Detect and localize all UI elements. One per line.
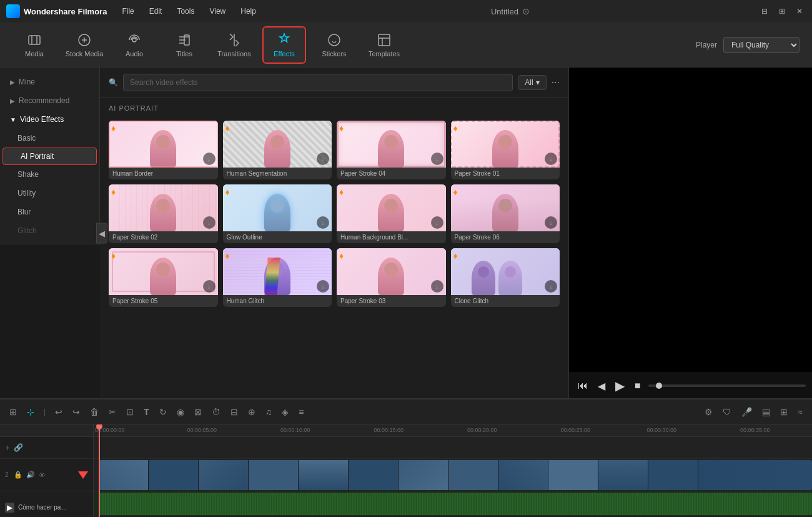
track-link-icon[interactable]: 🔗: [14, 443, 23, 452]
effect-clone-glitch[interactable]: ♦ ↓ Clone Glitch: [451, 248, 560, 307]
timeline-tool-extra1[interactable]: ⊞: [777, 404, 791, 419]
timeline-tool-more[interactable]: ≡: [295, 404, 307, 419]
toolbar-media[interactable]: Media: [12, 26, 56, 64]
timeline-tool-select[interactable]: ⊹: [24, 404, 37, 419]
timeline-tool-shield[interactable]: 🛡: [720, 404, 735, 419]
sidebar-item-blur[interactable]: Blur: [0, 203, 99, 221]
effect-human-border[interactable]: ♦ ↓ Human Border: [109, 121, 218, 179]
filter-button[interactable]: All ▾: [518, 75, 546, 90]
sidebar-item-mine[interactable]: ▶ Mine: [0, 73, 99, 91]
toolbar-audio[interactable]: Audio: [112, 26, 156, 64]
minimize-icon[interactable]: ⊟: [758, 5, 771, 18]
menu-help[interactable]: Help: [234, 4, 262, 18]
toolbar-templates[interactable]: Templates: [362, 26, 406, 64]
track1-volume-icon[interactable]: 🔊: [26, 471, 35, 479]
menu-file[interactable]: File: [116, 4, 140, 18]
player-step-back[interactable]: ◀: [595, 379, 608, 393]
timeline-tool-caption[interactable]: ▤: [759, 404, 773, 419]
effect-human-segmentation[interactable]: ♦ ↓ Human Segmentation: [223, 121, 332, 179]
timeline-tool-rotate[interactable]: ↻: [156, 404, 170, 419]
timeline-tool-delete[interactable]: 🗑: [87, 404, 102, 419]
track1-eye-icon[interactable]: 👁: [39, 471, 46, 479]
timeline-tool-cut[interactable]: ✂: [106, 404, 119, 419]
download-icon[interactable]: ↓: [431, 216, 443, 229]
download-icon[interactable]: ↓: [431, 153, 443, 165]
sidebar-item-shake[interactable]: Shake: [0, 165, 99, 184]
toolbar-titles[interactable]: Titles: [162, 26, 206, 64]
sidebar-item-recommended[interactable]: ▶ Recommended: [0, 91, 99, 110]
close-icon[interactable]: ✕: [793, 5, 806, 18]
download-icon[interactable]: ↓: [317, 216, 329, 229]
ruler-2: 00:00:10:00: [280, 427, 310, 433]
track-main-play-icon[interactable]: ▶: [5, 503, 14, 513]
search-input[interactable]: [123, 74, 513, 91]
thumb-11: [598, 460, 648, 490]
download-icon[interactable]: ↓: [545, 153, 557, 165]
svg-point-2: [132, 38, 136, 42]
download-icon[interactable]: ↓: [545, 280, 557, 293]
timeline-tool-moveframe[interactable]: ⊟: [227, 404, 241, 419]
timeline-tool-redo[interactable]: ↪: [69, 404, 83, 419]
timeline-tool-color[interactable]: ◉: [174, 404, 187, 419]
effect-paper-stroke-03[interactable]: ♦ ↓ Paper Stroke 03: [337, 248, 446, 307]
track1-lock-icon[interactable]: 🔒: [14, 471, 22, 479]
sidebar-collapse-button[interactable]: ◀: [96, 223, 107, 243]
timeline-tool-audio[interactable]: ♫: [262, 404, 275, 419]
toolbar-effects[interactable]: Effects: [262, 26, 306, 64]
download-icon[interactable]: ↓: [203, 153, 215, 165]
download-icon[interactable]: ↓: [545, 216, 557, 229]
toolbar-stock-media[interactable]: Stock Media: [62, 26, 106, 64]
timeline-tool-settings[interactable]: ⚙: [701, 404, 716, 419]
menu-edit[interactable]: Edit: [143, 4, 169, 18]
effect-paper-stroke-02[interactable]: ♦ ↓ Paper Stroke 02: [109, 184, 218, 243]
timeline-tool-transform[interactable]: ⊠: [191, 404, 205, 419]
player-play[interactable]: ▶: [613, 377, 627, 394]
timeline-tool-speed[interactable]: ⏱: [209, 404, 224, 419]
more-options-button[interactable]: ···: [552, 77, 560, 88]
download-icon[interactable]: ↓: [317, 153, 329, 165]
svg-rect-6: [379, 34, 390, 46]
player-controls: ⏮ ◀ ▶ ■: [569, 373, 812, 398]
timeline-tool-split[interactable]: ⊞: [6, 404, 20, 419]
sidebar-item-glitch[interactable]: Glitch: [0, 221, 99, 240]
maximize-icon[interactable]: ⊞: [776, 5, 788, 18]
sidebar-item-video-effects[interactable]: ▼ Video Effects: [0, 110, 99, 129]
toolbar-transitions[interactable]: Transitions: [212, 26, 256, 64]
effect-human-glitch[interactable]: ♦ ↓ Human Glitch: [223, 248, 332, 307]
sidebar-item-utility[interactable]: Utility: [0, 184, 99, 203]
timeline-tool-crop[interactable]: ⊡: [123, 404, 137, 419]
effect-paper-stroke-05[interactable]: ♦ ↓ Paper Stroke 05: [109, 248, 218, 307]
sidebar-item-ai-portrait[interactable]: AI Portrait: [2, 148, 97, 165]
menu-tools[interactable]: Tools: [171, 4, 201, 18]
effects-panel: 🔍 All ▾ ··· AI PORTRAIT ♦: [100, 68, 568, 398]
quality-select[interactable]: Full Quality High Quality Medium Quality…: [723, 37, 800, 53]
track-add-icon[interactable]: +: [5, 443, 10, 453]
player-skip-back[interactable]: ⏮: [575, 379, 590, 393]
download-icon[interactable]: ↓: [203, 216, 215, 229]
effect-paper-stroke-04[interactable]: ♦ ↓ Paper Stroke 04: [337, 121, 446, 179]
download-icon[interactable]: ↓: [431, 280, 443, 293]
player-progress-dot[interactable]: [656, 383, 662, 389]
download-icon[interactable]: ↓: [317, 280, 329, 293]
filter-chevron-icon: ▾: [536, 78, 540, 87]
toolbar-stickers[interactable]: Stickers: [312, 26, 356, 64]
menu-view[interactable]: View: [203, 4, 232, 18]
thumb-7: [399, 460, 448, 490]
timeline-tool-extra2[interactable]: ≈: [795, 404, 806, 419]
toolbar-audio-label: Audio: [126, 50, 143, 58]
player-stop[interactable]: ■: [632, 379, 643, 393]
player-progress-bar[interactable]: [648, 384, 806, 387]
premium-icon: ♦: [339, 251, 344, 261]
effect-human-bg-blur[interactable]: ♦ ↓ Human Background Bl...: [337, 184, 446, 243]
timeline-tool-text[interactable]: T: [141, 404, 152, 419]
effect-paper-stroke-01[interactable]: ♦ ↓ Paper Stroke 01: [451, 121, 560, 179]
sidebar-item-basic[interactable]: Basic: [0, 129, 99, 148]
download-icon[interactable]: ↓: [203, 280, 215, 293]
timeline-tool-undo[interactable]: ↩: [52, 404, 66, 419]
premium-icon: ♦: [111, 187, 116, 197]
timeline-tool-chroma[interactable]: ◈: [279, 404, 292, 419]
effect-glow-outline[interactable]: ♦ ↓ Glow Outline: [223, 184, 332, 243]
timeline-tool-stabilize[interactable]: ⊕: [245, 404, 259, 419]
timeline-tool-mic[interactable]: 🎤: [738, 404, 755, 419]
effect-paper-stroke-06[interactable]: ♦ ↓ Paper Stroke 06: [451, 184, 560, 243]
